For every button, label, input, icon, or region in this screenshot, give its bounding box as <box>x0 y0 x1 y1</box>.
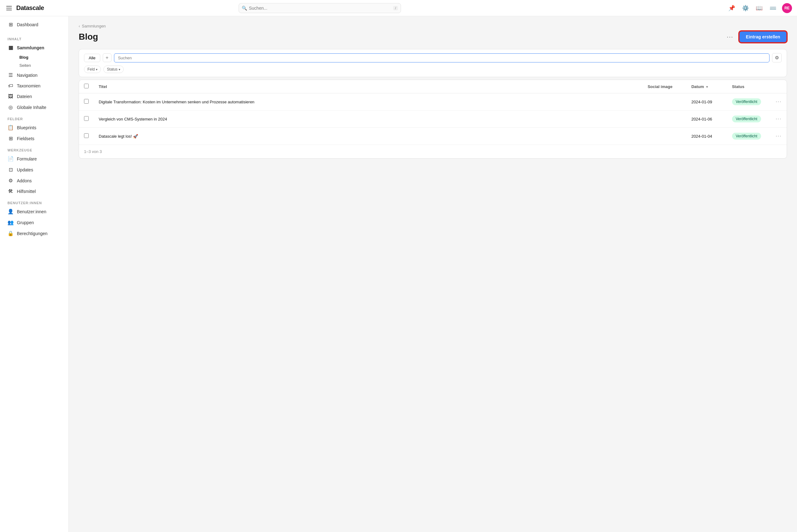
row-checkbox[interactable] <box>84 133 89 138</box>
row-actions-button[interactable]: ··· <box>773 132 784 140</box>
row-datum: 2024-01-06 <box>686 111 727 128</box>
table-wrap: Titel Social image Datum ▾ Status <box>79 80 787 158</box>
sidebar-item-hilfsmittel-label: Hilfsmittel <box>17 189 36 194</box>
benutzer-icon: 👤 <box>7 209 14 214</box>
sidebar-section-werkzeuge-label: WERKZEUGE <box>0 144 69 153</box>
topbar-left: Datascale <box>5 4 74 12</box>
tab-all[interactable]: Alle <box>84 54 100 62</box>
status-badge: Veröffentlicht <box>732 98 761 105</box>
sidebar-item-globale-inhalte[interactable]: ◎ Globale Inhalte <box>2 102 66 113</box>
breadcrumb-text: Sammlungen <box>82 24 106 28</box>
sidebar-item-gruppen[interactable]: 👥 Gruppen <box>2 217 66 228</box>
filter-bar: Alle + ⚙ Feld ▾ Status ▾ <box>79 49 787 77</box>
select-all-checkbox[interactable] <box>84 84 89 88</box>
row-titel[interactable]: Datascale legt los! 🚀 <box>94 128 643 145</box>
col-header-datum[interactable]: Datum ▾ <box>686 80 727 93</box>
filter-feld-chevron-icon: ▾ <box>96 68 97 71</box>
filter-status-chip[interactable]: Status ▾ <box>103 65 124 73</box>
fieldsets-icon: ⊞ <box>7 135 14 141</box>
sidebar-item-addons[interactable]: ⚙ Addons <box>2 175 66 186</box>
sidebar-sub-item-blog[interactable]: Blog <box>17 53 66 61</box>
addons-icon: ⚙ <box>7 178 14 184</box>
sidebar-sub-item-seiten[interactable]: Seiten <box>17 61 66 69</box>
keyboard-icon-button[interactable]: ⌨️ <box>768 3 778 13</box>
sidebar-item-taxonomien[interactable]: 🏷 Taxonomien <box>2 80 66 91</box>
sidebar-item-dateien-label: Dateien <box>17 94 32 99</box>
main-content: ‹ Sammlungen Blog ··· Eintrag erstellen … <box>69 0 797 532</box>
sidebar-item-fieldsets-label: Fieldsets <box>17 136 34 141</box>
page-header: Blog ··· Eintrag erstellen <box>79 31 787 43</box>
status-badge: Veröffentlicht <box>732 133 761 139</box>
sidebar-section-inhalt: INHALT ▦ Sammlungen Blog Seiten ☰ Naviga… <box>0 33 69 113</box>
sidebar-item-berechtigungen[interactable]: 🔒 Berechtigungen <box>2 228 66 239</box>
more-options-button[interactable]: ··· <box>724 33 736 41</box>
sidebar-section-werkzeuge: WERKZEUGE 📄 Formulare ⊡ Updates ⚙ Addons… <box>0 144 69 197</box>
dashboard-icon: ⊞ <box>7 21 14 27</box>
search-input[interactable] <box>239 3 401 13</box>
sidebar-item-benutzer-label: Benutzer:innen <box>17 209 46 214</box>
sidebar-item-dateien[interactable]: 🖼 Dateien <box>2 91 66 102</box>
page-header-right: ··· Eintrag erstellen <box>724 31 787 43</box>
add-tab-button[interactable]: + <box>103 53 112 62</box>
search-filter-input[interactable] <box>114 53 770 62</box>
filter-feld-chip[interactable]: Feld ▾ <box>84 65 101 73</box>
sidebar-item-globale-inhalte-label: Globale Inhalte <box>17 105 46 110</box>
book-icon-button[interactable]: 📖 <box>755 3 764 13</box>
sidebar-item-navigation[interactable]: ☰ Navigation <box>2 70 66 80</box>
row-datum: 2024-01-04 <box>686 128 727 145</box>
row-titel[interactable]: Vergleich von CMS-Systemen in 2024 <box>94 111 643 128</box>
sidebar-item-dashboard-label: Dashboard <box>17 22 38 27</box>
sidebar-item-formulare[interactable]: 📄 Formulare <box>2 153 66 164</box>
pin-icon-button[interactable]: 📌 <box>727 3 736 13</box>
row-actions-button[interactable]: ··· <box>773 115 784 123</box>
avatar[interactable]: RE <box>782 3 792 13</box>
sidebar-section-inhalt-label: INHALT <box>0 33 69 42</box>
page-title: Blog <box>79 32 98 42</box>
table-row: Digitale Transformation: Kosten im Unter… <box>79 93 787 111</box>
sidebar-item-sammlungen[interactable]: ▦ Sammlungen <box>2 42 66 53</box>
filter-status-chevron-icon: ▾ <box>119 68 120 71</box>
logo: Datascale <box>16 4 44 12</box>
col-header-social-image: Social image <box>643 80 686 93</box>
sidebar-item-fieldsets[interactable]: ⊞ Fieldsets <box>2 133 66 144</box>
sidebar-item-dashboard[interactable]: ⊞ Dashboard <box>2 19 66 30</box>
filter-settings-button[interactable]: ⚙ <box>772 53 782 62</box>
sidebar-item-updates[interactable]: ⊡ Updates <box>2 164 66 175</box>
sidebar-item-hilfsmittel[interactable]: 🛠 Hilfsmittel <box>2 186 66 197</box>
sidebar-item-sammlungen-label: Sammlungen <box>17 45 44 50</box>
sidebar-item-blueprints[interactable]: 📋 Blueprints <box>2 122 66 133</box>
create-entry-button[interactable]: Eintrag erstellen <box>739 31 787 43</box>
blog-table: Titel Social image Datum ▾ Status <box>79 80 787 145</box>
sidebar-item-formulare-label: Formulare <box>17 156 37 162</box>
sidebar-item-taxonomien-label: Taxonomien <box>17 83 41 88</box>
row-status: Veröffentlicht <box>727 128 771 145</box>
sidebar-item-benutzer[interactable]: 👤 Benutzer:innen <box>2 206 66 217</box>
hamburger-button[interactable] <box>5 5 13 12</box>
sidebar-item-addons-label: Addons <box>17 178 32 183</box>
row-datum: 2024-01-09 <box>686 93 727 111</box>
breadcrumb[interactable]: ‹ Sammlungen <box>79 24 787 28</box>
sammlungen-icon: ▦ <box>7 45 14 51</box>
row-titel[interactable]: Digitale Transformation: Kosten im Unter… <box>94 93 643 111</box>
blueprints-icon: 📋 <box>7 125 14 131</box>
dateien-icon: 🖼 <box>7 94 14 99</box>
row-social-image <box>643 128 686 145</box>
row-checkbox[interactable] <box>84 116 89 121</box>
sidebar-section-felder: FELDER 📋 Blueprints ⊞ Fieldsets <box>0 113 69 144</box>
search-shortcut: / <box>393 6 398 10</box>
sidebar: ⊞ Dashboard INHALT ▦ Sammlungen Blog Sei… <box>0 0 69 532</box>
row-social-image <box>643 111 686 128</box>
settings-icon-button[interactable]: ⚙️ <box>741 3 750 13</box>
taxonomien-icon: 🏷 <box>7 83 14 89</box>
globale-inhalte-icon: ◎ <box>7 104 14 110</box>
sidebar-item-updates-label: Updates <box>17 167 33 172</box>
gruppen-icon: 👥 <box>7 220 14 225</box>
row-social-image <box>643 93 686 111</box>
row-status: Veröffentlicht <box>727 111 771 128</box>
sidebar-section-benutzer: BENUTZER:INNEN 👤 Benutzer:innen 👥 Gruppe… <box>0 197 69 239</box>
breadcrumb-chevron-icon: ‹ <box>79 24 80 28</box>
topbar: Datascale 🔍 / 📌 ⚙️ 📖 ⌨️ RE <box>0 0 797 16</box>
search-bar: 🔍 / <box>239 3 401 13</box>
row-checkbox[interactable] <box>84 99 89 104</box>
row-actions-button[interactable]: ··· <box>773 98 784 106</box>
